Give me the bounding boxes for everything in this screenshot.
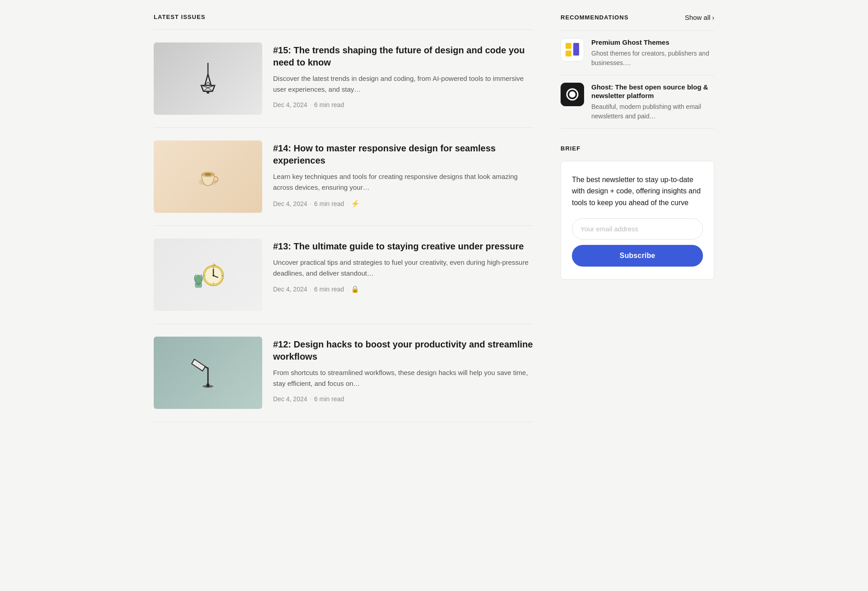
latest-issues-title: LATEST ISSUES <box>154 14 533 20</box>
article-title: #12: Design hacks to boost your producti… <box>273 338 533 363</box>
rec-logo <box>561 83 584 106</box>
recommendation-list: Premium Ghost Themes Ghost themes for cr… <box>561 30 714 129</box>
lightning-icon: ⚡ <box>351 199 360 208</box>
article-item[interactable]: #13: The ultimate guide to staying creat… <box>154 226 533 324</box>
article-item[interactable]: #14: How to master responsive design for… <box>154 128 533 226</box>
article-read-time: 6 min read <box>314 286 344 293</box>
rec-content: Ghost: The best open source blog & newsl… <box>591 83 714 121</box>
article-thumbnail <box>154 239 262 311</box>
recommendation-item[interactable]: Premium Ghost Themes Ghost themes for cr… <box>561 30 714 75</box>
brief-section: BRIEF The best newsletter to stay up-to-… <box>561 145 714 280</box>
article-item[interactable]: #15: The trends shaping the future of de… <box>154 29 533 128</box>
svg-point-14 <box>195 275 202 286</box>
meta-separator: · <box>310 102 311 108</box>
chevron-right-icon: › <box>712 14 714 21</box>
article-date: Dec 4, 2024 <box>273 286 307 293</box>
article-list: #15: The trends shaping the future of de… <box>154 29 533 422</box>
svg-rect-30 <box>566 43 571 49</box>
svg-point-12 <box>204 173 212 176</box>
article-meta: Dec 4, 2024 · 6 min read · 🔒 <box>273 285 533 293</box>
svg-rect-28 <box>207 384 209 387</box>
article-title: #14: How to master responsive design for… <box>273 142 533 167</box>
brief-card: The best newsletter to stay up-to-date w… <box>561 161 714 280</box>
brief-description: The best newsletter to stay up-to-date w… <box>572 174 703 209</box>
article-content: #14: How to master responsive design for… <box>273 141 533 213</box>
article-read-time: 6 min read <box>314 200 344 207</box>
article-meta: Dec 4, 2024 · 6 min read <box>273 395 533 403</box>
recommendation-item[interactable]: Ghost: The best open source blog & newsl… <box>561 75 714 129</box>
rec-desc: Ghost themes for creators, publishers an… <box>591 49 714 68</box>
recommendations-title: RECOMMENDATIONS <box>561 14 628 21</box>
article-excerpt: Learn key techniques and tools for creat… <box>273 171 533 193</box>
email-input[interactable] <box>572 218 703 239</box>
meta-separator: · <box>310 396 311 402</box>
article-title: #15: The trends shaping the future of de… <box>273 44 533 69</box>
svg-point-19 <box>212 275 214 277</box>
article-thumbnail <box>154 141 262 213</box>
svg-rect-3 <box>207 91 209 94</box>
article-excerpt: Uncover practical tips and strategies to… <box>273 257 533 279</box>
svg-point-35 <box>569 91 576 98</box>
article-meta: Dec 4, 2024 · 6 min read · ⚡ <box>273 199 533 208</box>
article-content: #12: Design hacks to boost your producti… <box>273 337 533 409</box>
article-excerpt: From shortcuts to streamlined workflows,… <box>273 367 533 389</box>
article-date: Dec 4, 2024 <box>273 200 307 207</box>
article-meta: Dec 4, 2024 · 6 min read <box>273 101 533 108</box>
rec-content: Premium Ghost Themes Ghost themes for cr… <box>591 38 714 68</box>
meta-separator: · <box>347 286 348 292</box>
show-all-link[interactable]: Show all › <box>685 14 714 21</box>
show-all-label: Show all <box>685 14 711 21</box>
article-excerpt: Discover the latest trends in design and… <box>273 73 533 95</box>
svg-rect-31 <box>573 43 579 56</box>
article-thumbnail <box>154 42 262 115</box>
left-column: LATEST ISSUES <box>154 14 533 422</box>
article-read-time: 6 min read <box>314 101 344 108</box>
rec-title: Ghost: The best open source blog & newsl… <box>591 83 714 100</box>
right-column: RECOMMENDATIONS Show all › <box>561 14 714 422</box>
meta-separator: · <box>310 286 311 292</box>
article-content: #15: The trends shaping the future of de… <box>273 42 533 115</box>
article-thumbnail <box>154 337 262 409</box>
article-date: Dec 4, 2024 <box>273 395 307 403</box>
rec-desc: Beautiful, modern publishing with email … <box>591 102 714 121</box>
brief-title: BRIEF <box>561 145 714 152</box>
meta-separator: · <box>310 201 311 207</box>
article-content: #13: The ultimate guide to staying creat… <box>273 239 533 311</box>
subscribe-button[interactable]: Subscribe <box>572 245 703 267</box>
meta-separator: · <box>347 201 348 207</box>
svg-rect-32 <box>566 51 571 56</box>
rec-title: Premium Ghost Themes <box>591 38 714 47</box>
article-title: #13: The ultimate guide to staying creat… <box>273 240 533 253</box>
article-date: Dec 4, 2024 <box>273 101 307 108</box>
recommendations-header: RECOMMENDATIONS Show all › <box>561 14 714 21</box>
article-read-time: 6 min read <box>314 395 344 403</box>
lock-icon: 🔒 <box>351 285 359 293</box>
article-item[interactable]: #12: Design hacks to boost your producti… <box>154 324 533 422</box>
rec-logo <box>561 38 584 61</box>
